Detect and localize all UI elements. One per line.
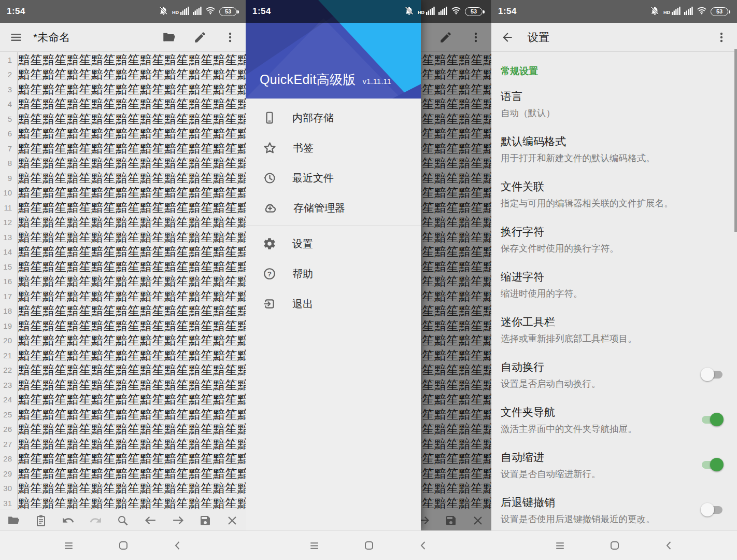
line-number: 10 — [0, 188, 15, 197]
editor-line: 24黯笙黯笙黯笙黯笙黯笙黯笙黯笙黯笙黯笙黯笙黯笙黯笙 — [0, 393, 246, 408]
drawer-screen: *未命名 1黯笙黯笙黯笙黯笙黯笙黯笙黯笙黯笙黯笙黯笙黯笙黯笙2黯笙黯笙黯笙黯笙黯… — [246, 0, 491, 560]
line-number: 6 — [0, 129, 15, 138]
android-nav-bar — [491, 530, 737, 560]
save-icon[interactable] — [199, 514, 211, 527]
setting-item[interactable]: 文件夹导航激活主界面中的文件夹导航抽屉。 — [491, 399, 737, 444]
drawer-item-退出[interactable]: 退出 — [246, 289, 421, 319]
hamburger-menu-icon[interactable] — [9, 31, 23, 44]
toggle-switch-on[interactable] — [701, 413, 724, 426]
setting-item[interactable]: 后退键撤销设置是否使用后退键撤销最近的更改。 — [491, 489, 737, 530]
drawer-item-书签[interactable]: 书签 — [246, 133, 421, 163]
setting-item[interactable]: 默认编码格式用于打开和新建文件的默认编码格式。 — [491, 129, 737, 174]
drawer-title: QuickEdit高级版 v1.11.11 — [260, 71, 391, 88]
nav-home-icon[interactable] — [117, 539, 130, 552]
editor-line: 21黯笙黯笙黯笙黯笙黯笙黯笙黯笙黯笙黯笙黯笙黯笙黯笙 — [0, 348, 246, 363]
toggle-switch-off[interactable] — [701, 503, 724, 516]
setting-item[interactable]: 迷你工具栏选择或重新排列底部工具栏项目。 — [491, 309, 737, 354]
setting-title: 文件关联 — [501, 179, 706, 194]
setting-description: 用于打开和新建文件的默认编码格式。 — [501, 152, 706, 165]
arrow-right-icon[interactable] — [172, 514, 185, 527]
nav-back-icon[interactable] — [663, 539, 675, 552]
setting-description: 设置是否使用后退键撤销最近的更改。 — [501, 513, 706, 526]
editor-line: 20黯笙黯笙黯笙黯笙黯笙黯笙黯笙黯笙黯笙黯笙黯笙黯笙 — [0, 333, 246, 348]
drawer-item-存储管理器[interactable]: 存储管理器 — [246, 193, 421, 223]
setting-item[interactable]: 换行字符保存文件时使用的换行字符。 — [491, 219, 737, 264]
undo-icon[interactable] — [62, 514, 75, 527]
code-editor[interactable]: 1黯笙黯笙黯笙黯笙黯笙黯笙黯笙黯笙黯笙黯笙黯笙黯笙2黯笙黯笙黯笙黯笙黯笙黯笙黯笙… — [0, 52, 246, 510]
drawer-item-内部存储[interactable]: 内部存储 — [246, 103, 421, 133]
status-icons: HD 53 — [159, 6, 239, 18]
line-text: 黯笙黯笙黯笙黯笙黯笙黯笙黯笙黯笙黯笙黯笙黯笙黯笙 — [15, 214, 246, 230]
nav-menu-icon[interactable] — [308, 539, 321, 552]
nav-back-icon[interactable] — [417, 539, 430, 552]
editor-line: 11黯笙黯笙黯笙黯笙黯笙黯笙黯笙黯笙黯笙黯笙黯笙黯笙 — [0, 200, 246, 215]
close-icon[interactable] — [226, 514, 238, 527]
kebab-menu-icon[interactable] — [224, 31, 236, 44]
setting-item[interactable]: 文件关联指定与可用的编辑器相关联的文件扩展名。 — [491, 174, 737, 219]
toggle-switch-off[interactable] — [701, 368, 724, 381]
line-number: 26 — [0, 425, 15, 433]
line-text: 黯笙黯笙黯笙黯笙黯笙黯笙黯笙黯笙黯笙黯笙黯笙黯笙 — [15, 391, 246, 408]
kebab-menu-icon[interactable] — [715, 31, 728, 44]
setting-title: 默认编码格式 — [501, 134, 706, 149]
setting-item[interactable]: 自动缩进设置是否自动缩进新行。 — [491, 444, 737, 489]
open-folder-icon[interactable] — [162, 30, 176, 44]
hd-label: HD — [418, 10, 424, 15]
signal-bars-icon — [193, 6, 202, 17]
setting-description: 指定与可用的编辑器相关联的文件扩展名。 — [501, 198, 706, 210]
editor-line: 6黯笙黯笙黯笙黯笙黯笙黯笙黯笙黯笙黯笙黯笙黯笙黯笙 — [0, 127, 246, 142]
setting-item[interactable]: 语言自动（默认） — [491, 83, 737, 129]
line-text: 黯笙黯笙黯笙黯笙黯笙黯笙黯笙黯笙黯笙黯笙黯笙黯笙 — [15, 318, 246, 334]
editor-line: 2黯笙黯笙黯笙黯笙黯笙黯笙黯笙黯笙黯笙黯笙黯笙黯笙 — [0, 67, 246, 82]
setting-item[interactable]: 缩进字符缩进时使用的字符。 — [491, 264, 737, 309]
line-number: 8 — [0, 159, 15, 167]
setting-title: 迷你工具栏 — [501, 315, 706, 329]
drawer-item-最近文件[interactable]: 最近文件 — [246, 163, 421, 193]
nav-menu-icon[interactable] — [554, 539, 566, 552]
line-number: 13 — [0, 233, 15, 242]
line-number: 29 — [0, 469, 15, 478]
back-arrow-icon[interactable] — [501, 31, 514, 44]
arrow-left-icon[interactable] — [144, 514, 157, 527]
line-number: 5 — [0, 115, 15, 123]
gutter-divider — [17, 52, 18, 510]
status-time: 1:54 — [498, 6, 517, 17]
nav-back-icon[interactable] — [172, 539, 184, 552]
setting-description: 激活主界面中的文件夹导航抽屉。 — [501, 423, 706, 436]
signal-bars-icon — [672, 6, 681, 17]
bell-muted-icon — [159, 6, 168, 18]
signal-bars-icon — [684, 6, 693, 17]
editor-line: 30黯笙黯笙黯笙黯笙黯笙黯笙黯笙黯笙黯笙黯笙黯笙黯笙 — [0, 481, 246, 496]
paste-icon[interactable] — [35, 514, 47, 527]
editor-line: 15黯笙黯笙黯笙黯笙黯笙黯笙黯笙黯笙黯笙黯笙黯笙黯笙 — [0, 259, 246, 274]
line-number: 31 — [0, 499, 15, 508]
nav-menu-icon[interactable] — [62, 539, 75, 552]
redo-icon-disabled[interactable] — [89, 514, 102, 527]
battery-percent: 53 — [471, 8, 477, 15]
settings-list: 常规设置 语言自动（默认）默认编码格式用于打开和新建文件的默认编码格式。文件关联… — [491, 52, 737, 530]
toggle-switch-on[interactable] — [701, 458, 724, 471]
nav-home-icon[interactable] — [608, 539, 621, 552]
battery-icon: 53 — [465, 7, 483, 16]
setting-title: 自动换行 — [501, 360, 706, 374]
editor-line: 27黯笙黯笙黯笙黯笙黯笙黯笙黯笙黯笙黯笙黯笙黯笙黯笙 — [0, 437, 246, 452]
line-number: 4 — [0, 100, 15, 108]
editor-line: 19黯笙黯笙黯笙黯笙黯笙黯笙黯笙黯笙黯笙黯笙黯笙黯笙 — [0, 318, 246, 333]
open-folder-icon[interactable] — [7, 514, 20, 527]
setting-title: 后退键撤销 — [501, 495, 706, 510]
battery-icon: 53 — [711, 7, 728, 16]
edit-pencil-icon[interactable] — [193, 31, 207, 44]
editor-line: 29黯笙黯笙黯笙黯笙黯笙黯笙黯笙黯笙黯笙黯笙黯笙黯笙 — [0, 466, 246, 481]
nav-home-icon[interactable] — [363, 539, 375, 552]
drawer-item-帮助[interactable]: ?帮助 — [246, 259, 421, 289]
editor-line: 23黯笙黯笙黯笙黯笙黯笙黯笙黯笙黯笙黯笙黯笙黯笙黯笙 — [0, 377, 246, 393]
line-text: 黯笙黯笙黯笙黯笙黯笙黯笙黯笙黯笙黯笙黯笙黯笙黯笙 — [15, 451, 246, 467]
editor-line: 14黯笙黯笙黯笙黯笙黯笙黯笙黯笙黯笙黯笙黯笙黯笙黯笙 — [0, 245, 246, 260]
drawer-item-设置[interactable]: 设置 — [246, 229, 421, 259]
scrollbar[interactable] — [734, 49, 737, 232]
line-text: 黯笙黯笙黯笙黯笙黯笙黯笙黯笙黯笙黯笙黯笙黯笙黯笙 — [15, 141, 246, 157]
status-time: 1:54 — [252, 6, 271, 17]
setting-item[interactable]: 自动换行设置是否启动自动换行。 — [491, 354, 737, 399]
search-icon[interactable] — [117, 514, 129, 527]
line-text: 黯笙黯笙黯笙黯笙黯笙黯笙黯笙黯笙黯笙黯笙黯笙黯笙 — [15, 332, 246, 348]
